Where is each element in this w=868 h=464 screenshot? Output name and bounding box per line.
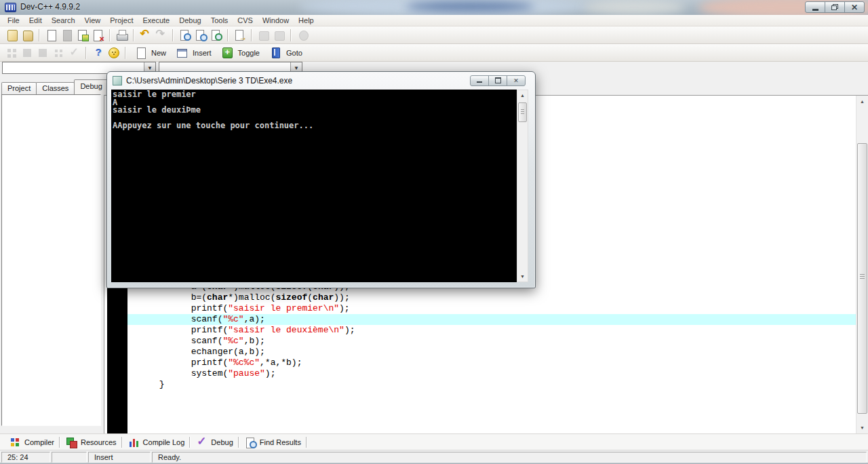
grid-squares-button[interactable] — [4, 45, 20, 60]
window-title: Dev-C++ 4.9.9.2 — [20, 2, 80, 12]
code-line[interactable]: scanf("%c",a); — [127, 314, 856, 325]
report-tab-compiler[interactable]: Compiler — [4, 435, 59, 450]
menu-search[interactable]: Search — [47, 16, 80, 25]
console-window-controls: ✕ — [471, 75, 526, 86]
report-tab-label: Resources — [81, 438, 117, 446]
title-bar[interactable]: Dev-C++ 4.9.9.2 ✕ — [0, 0, 868, 16]
maximize-icon — [495, 77, 501, 83]
menu-tools[interactable]: Tools — [206, 16, 233, 25]
menu-cvs[interactable]: CVS — [233, 16, 258, 25]
menu-bar: FileEditSearchViewProjectExecuteDebugToo… — [0, 15, 868, 26]
save-all-button[interactable] — [75, 28, 90, 43]
run-icon — [273, 28, 286, 42]
report-tab-debug[interactable]: Debug — [191, 435, 237, 450]
open-project-button[interactable] — [20, 28, 35, 43]
code-line[interactable]: printf("saisir le premier\n"); — [127, 303, 856, 314]
code-line[interactable]: b=(char*)malloc(sizeof(char)); — [127, 292, 856, 303]
help-button[interactable] — [90, 45, 106, 60]
console-window[interactable]: C:\Users\Admin\Desktop\Serie 3 TD\Exe4.e… — [106, 71, 536, 288]
menu-file[interactable]: File — [3, 16, 24, 25]
find-button[interactable] — [177, 28, 193, 43]
toolbar-separator — [227, 29, 229, 41]
toolbar-separator — [85, 47, 87, 59]
scroll-up-button[interactable]: ▲ — [856, 96, 868, 107]
console-title: C:\Users\Admin\Desktop\Serie 3 TD\Exe4.e… — [126, 76, 292, 85]
glass-blur-decoration — [406, 1, 534, 12]
find-in-files-button[interactable] — [193, 28, 208, 43]
print-button[interactable] — [114, 28, 130, 43]
save-button[interactable] — [59, 28, 75, 43]
new-source-file-icon — [45, 28, 58, 42]
report-tabs: CompilerResourcesCompile LogDebugFind Re… — [0, 433, 868, 450]
code-line[interactable]: echanger(a,b); — [127, 347, 856, 357]
goto-book-icon — [269, 46, 283, 60]
compile-button[interactable] — [256, 28, 271, 43]
toolbar-separator — [39, 29, 40, 41]
code-keyword: char — [207, 292, 228, 303]
grid-small-button[interactable] — [51, 45, 66, 60]
scrollbar-thumb[interactable] — [518, 102, 527, 122]
console-scrollbar[interactable]: ▲ ▼ — [517, 90, 528, 282]
report-tab-label: Debug — [211, 438, 233, 446]
goto-line-button[interactable] — [232, 28, 248, 43]
report-tab-compile-log[interactable]: Compile Log — [123, 435, 190, 450]
project-browser-panel[interactable] — [1, 94, 101, 426]
report-tab-find-results[interactable]: Find Results — [239, 435, 306, 450]
report-tab-resources[interactable]: Resources — [60, 435, 121, 450]
square-a-button[interactable] — [20, 45, 35, 60]
menu-help[interactable]: Help — [294, 16, 319, 25]
scroll-up-button[interactable]: ▲ — [517, 90, 528, 100]
code-line[interactable]: scanf("%c",b); — [127, 336, 856, 347]
console-title-bar[interactable]: C:\Users\Admin\Desktop\Serie 3 TD\Exe4.e… — [107, 72, 535, 89]
new-source-file-button[interactable] — [43, 28, 59, 43]
minimize-button[interactable] — [805, 1, 825, 13]
goto-book-button[interactable]: Goto — [264, 45, 307, 61]
menu-window[interactable]: Window — [258, 16, 294, 25]
code-text: ,a); — [244, 314, 265, 324]
replace-button[interactable] — [208, 28, 224, 43]
scroll-down-button[interactable]: ▼ — [856, 422, 868, 433]
toolbar-main — [0, 26, 868, 44]
console-minimize-button[interactable] — [470, 75, 489, 86]
check-button[interactable] — [66, 45, 82, 60]
code-string: "%c" — [222, 336, 243, 346]
close-button[interactable]: ✕ — [844, 1, 865, 13]
square-a-icon — [21, 46, 35, 60]
undo-button[interactable] — [138, 28, 153, 43]
code-line[interactable]: system("pause"); — [127, 368, 856, 379]
code-line[interactable]: printf("saisir le deuxième\n"); — [127, 325, 856, 336]
insert-win-button[interactable]: Insert — [171, 45, 216, 61]
tab-project[interactable]: Project — [1, 82, 37, 94]
scroll-down-button[interactable]: ▼ — [517, 271, 528, 282]
profile-icon — [296, 28, 310, 42]
editor-scrollbar[interactable]: ▲ ▼ — [856, 96, 868, 433]
run-button[interactable] — [271, 28, 287, 43]
tab-debug[interactable]: Debug — [74, 79, 108, 94]
square-b-button[interactable] — [35, 45, 51, 60]
console-output[interactable]: saisir le premierAsaisir le deuxiÞme AAp… — [111, 90, 517, 282]
insert-mode-panel: Insert — [88, 452, 151, 463]
find-icon — [178, 28, 192, 42]
code-line[interactable]: } — [127, 379, 856, 390]
code-indent — [127, 292, 191, 303]
restore-button[interactable] — [825, 1, 845, 13]
console-close-button[interactable]: ✕ — [507, 75, 526, 86]
console-maximize-button[interactable] — [488, 75, 507, 86]
code-line[interactable]: printf("%c%c",*a,*b); — [127, 357, 856, 368]
profile-button[interactable] — [295, 28, 311, 43]
close-file-button[interactable] — [90, 28, 106, 43]
menu-project[interactable]: Project — [105, 16, 138, 25]
menu-debug[interactable]: Debug — [174, 16, 205, 25]
new-project-button[interactable] — [4, 28, 20, 43]
scrollbar-thumb[interactable] — [857, 143, 867, 414]
menu-edit[interactable]: Edit — [24, 16, 47, 25]
page-button[interactable]: New — [130, 45, 171, 61]
menu-execute[interactable]: Execute — [138, 16, 174, 25]
tab-classes[interactable]: Classes — [36, 82, 75, 94]
about-button[interactable] — [106, 45, 121, 60]
resources-icon — [65, 436, 77, 448]
toggle-plus-button[interactable]: Toggle — [216, 45, 264, 61]
code-text: scanf( — [191, 336, 223, 346]
redo-button[interactable] — [153, 28, 169, 43]
menu-view[interactable]: View — [80, 16, 106, 25]
